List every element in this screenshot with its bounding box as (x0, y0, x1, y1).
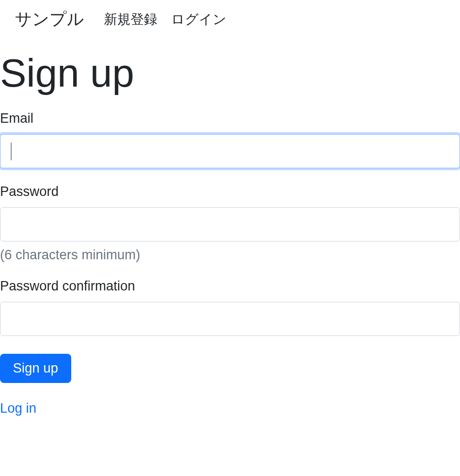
page-title: Sign up (0, 50, 460, 96)
email-label: Email (0, 111, 460, 126)
email-field[interactable] (0, 134, 460, 168)
form-group-email: Email (0, 111, 460, 168)
password-hint: (6 characters minimum) (0, 247, 460, 263)
email-input-wrapper (0, 134, 460, 168)
nav-links: 新規登録 ログイン (104, 10, 227, 28)
nav-link-signup[interactable]: 新規登録 (104, 10, 157, 28)
navbar-brand[interactable]: サンプル (15, 8, 84, 31)
password-confirmation-label: Password confirmation (0, 279, 460, 294)
password-field[interactable] (0, 207, 460, 241)
nav-link-login[interactable]: ログイン (171, 10, 227, 28)
form-group-password-confirmation: Password confirmation (0, 279, 460, 336)
login-link[interactable]: Log in (0, 401, 37, 416)
signup-button[interactable]: Sign up (0, 354, 71, 383)
main-container: Sign up Email Password (6 characters min… (0, 50, 460, 416)
password-label: Password (0, 184, 460, 199)
password-confirmation-field[interactable] (0, 302, 460, 336)
navbar: サンプル 新規登録 ログイン (0, 0, 460, 39)
text-caret (11, 143, 11, 160)
form-group-password: Password (6 characters minimum) (0, 184, 460, 263)
